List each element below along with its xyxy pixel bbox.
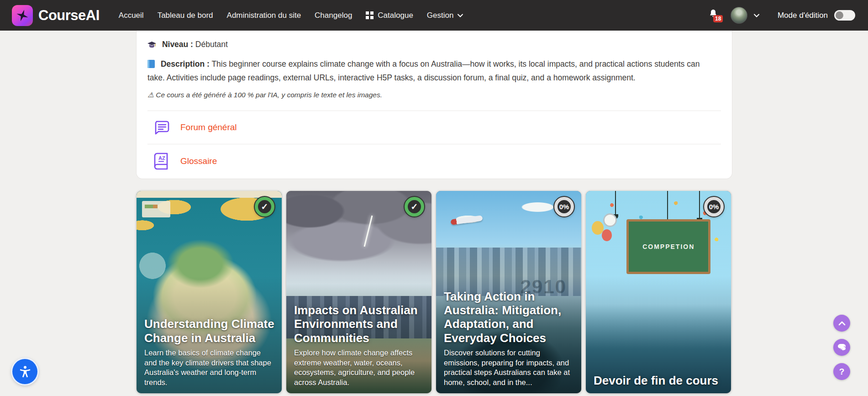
courseai-logo-icon [12, 5, 33, 26]
scroll-to-top-button[interactable] [833, 315, 850, 332]
nav-item-changelog[interactable]: Changelog [315, 11, 352, 20]
accessibility-button[interactable] [12, 359, 37, 384]
blue-book-icon [147, 59, 155, 72]
help-button[interactable]: ? [833, 363, 850, 380]
section-card-understanding-climate[interactable]: ✓ Understanding Climate Change in Austra… [137, 191, 282, 393]
brand-name: CourseAI [38, 7, 100, 24]
edit-mode-toggle[interactable] [834, 10, 855, 21]
check-icon: ✓ [411, 201, 418, 212]
section-card-taking-action[interactable]: 2910 0% Taking Action in Australia: Miti… [436, 191, 581, 393]
description-line: Description : This beginner course expla… [147, 58, 718, 84]
progress-badge-zero: 0% [704, 197, 724, 216]
section-title: Understanding Climate Change in Australi… [144, 317, 275, 345]
nav-item-administration[interactable]: Administration du site [227, 11, 301, 20]
svg-text:AZ: AZ [158, 155, 165, 161]
progress-badge-zero: 0% [554, 197, 574, 216]
section-title: Taking Action in Australia: Mitigation, … [444, 290, 575, 345]
nav-item-accueil[interactable]: Accueil [119, 11, 144, 20]
ai-generated-notice: ⚠ Ce cours a été généré à 100 % par l'IA… [147, 91, 721, 99]
nav-item-tableau-de-bord[interactable]: Tableau de bord [158, 11, 213, 20]
description-text: This beginner course explains climate ch… [147, 59, 700, 82]
section-title: Devoir de fin de cours [594, 374, 725, 387]
forum-icon [153, 119, 170, 136]
course-summary-panel: Niveau : Débutant Description : This beg… [136, 31, 732, 179]
forum-link[interactable]: Forum général [180, 122, 237, 132]
progress-badge-complete: ✓ [405, 197, 424, 216]
primary-nav: Accueil Tableau de bord Administration d… [119, 11, 463, 20]
chevron-down-icon [458, 14, 463, 17]
chat-bubbles-icon [837, 344, 847, 351]
user-menu-chevron-icon[interactable] [754, 14, 759, 17]
notification-count-badge: 18 [713, 15, 723, 22]
user-avatar[interactable] [731, 7, 747, 24]
section-description: Learn the basics of climate change and t… [144, 348, 275, 387]
accessibility-person-icon [18, 365, 32, 379]
glossary-link[interactable]: Glossaire [180, 156, 217, 166]
progress-percent: 0% [709, 203, 719, 211]
navbar-right: 18 Mode d'édition [708, 7, 855, 24]
notifications-button[interactable]: 18 [708, 9, 721, 22]
section-title: Impacts on Australian Environments and C… [294, 303, 425, 345]
progress-badge-complete: ✓ [255, 197, 274, 216]
question-mark-icon: ? [839, 367, 845, 377]
section-card-impacts[interactable]: ✓ Impacts on Australian Environments and… [286, 191, 431, 393]
grid-icon [366, 11, 374, 19]
floating-action-column: ? [833, 315, 850, 380]
glossary-activity-row[interactable]: AZ Glossaire [147, 144, 721, 178]
top-navbar: CourseAI Accueil Tableau de bord Adminis… [0, 0, 868, 31]
chevron-up-icon [838, 321, 846, 326]
nav-item-catalogue[interactable]: Catalogue [366, 11, 413, 20]
glossary-icon: AZ [153, 153, 170, 170]
check-icon: ✓ [261, 201, 268, 212]
page: CourseAI Accueil Tableau de bord Adminis… [0, 0, 868, 396]
level-value: Débutant [195, 40, 228, 49]
level-label: Niveau : [162, 40, 193, 49]
brand[interactable]: CourseAI [12, 5, 100, 26]
toggle-knob [836, 11, 843, 19]
section-description: Explore how climate change affects extre… [294, 348, 425, 387]
forum-activity-row[interactable]: Forum général [147, 111, 721, 144]
section-description: Discover solutions for cutting emissions… [444, 348, 575, 387]
description-label: Description : [161, 59, 210, 69]
edit-mode-label: Mode d'édition [778, 11, 828, 20]
section-card-devoir-fin[interactable]: COMPPETION 0% Devoir de fin de cours [586, 191, 731, 393]
progress-percent: 0% [559, 203, 569, 211]
level-line: Niveau : Débutant [147, 38, 721, 52]
graduation-cap-icon [147, 40, 156, 52]
nav-item-gestion[interactable]: Gestion [427, 11, 463, 20]
chat-button[interactable] [833, 339, 850, 356]
